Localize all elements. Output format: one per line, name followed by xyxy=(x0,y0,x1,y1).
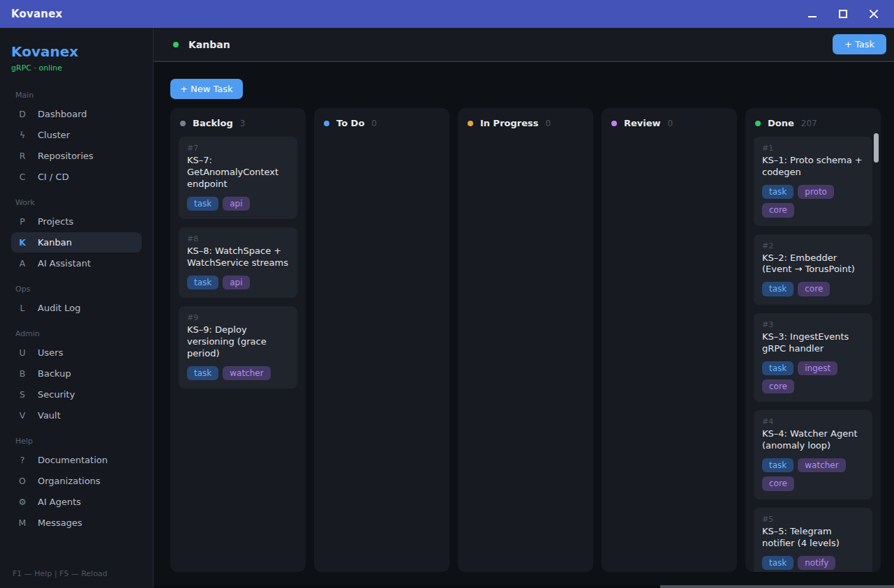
column-header: To Do0 xyxy=(322,108,441,137)
sidebar-item-label: Security xyxy=(38,389,75,400)
card-title: KS–7: GetAnomalyContext endpoint xyxy=(187,155,289,190)
sidebar-item-documentation[interactable]: ?Documentation xyxy=(11,450,142,470)
documentation-icon: ? xyxy=(17,455,28,465)
window-controls xyxy=(806,8,883,20)
column-status-dot xyxy=(755,121,761,126)
column-review: Review0 xyxy=(602,108,737,572)
column-scrollbar-thumb[interactable] xyxy=(874,133,879,163)
column-count: 207 xyxy=(801,119,817,128)
tag-api: api xyxy=(223,276,249,289)
maximize-icon xyxy=(839,10,847,18)
sidebar-item-messages[interactable]: MMessages xyxy=(11,513,142,533)
card-title: KS–3: IngestEvents gRPC handler xyxy=(762,331,864,355)
main-area: Kanban + Task + New Task Backlog3#7KS–7:… xyxy=(154,28,894,588)
tag-task: task xyxy=(762,282,794,296)
column-backlog: Backlog3#7KS–7: GetAnomalyContext endpoi… xyxy=(170,108,306,572)
titlebar: Kovanex xyxy=(0,0,894,28)
column-count: 3 xyxy=(240,119,246,128)
sidebar-item-repositories[interactable]: RRepositories xyxy=(11,146,142,166)
column-name: Backlog xyxy=(193,118,233,128)
column-name: Done xyxy=(768,118,794,128)
column-name: In Progress xyxy=(480,118,539,128)
column-name: To Do xyxy=(336,118,364,128)
card-title: KS–4: Watcher Agent (anomaly loop) xyxy=(762,428,864,452)
gear-icon: ⚙ xyxy=(17,497,28,507)
tag-core: core xyxy=(762,379,794,393)
tag-task: task xyxy=(762,556,794,570)
task-card-7[interactable]: #7KS–7: GetAnomalyContext endpointtaskap… xyxy=(179,137,297,219)
sidebar-item-dashboard[interactable]: DDashboard xyxy=(11,104,142,124)
sidebar-item-label: Organizations xyxy=(38,476,100,486)
column-header: Review0 xyxy=(610,108,729,137)
sidebar-item-ai-agents[interactable]: ⚙AI Agents xyxy=(11,492,142,512)
task-card-5[interactable]: #5KS–5: Telegram notifier (4 levels)task… xyxy=(754,508,872,572)
card-tags: tasknotify xyxy=(762,556,864,570)
sidebar-item-label: Projects xyxy=(38,216,73,227)
card-title: KS–9: Deploy versioning (grace period) xyxy=(187,324,289,360)
sidebar-item-audit-log[interactable]: LAudit Log xyxy=(11,298,142,318)
sidebar-item-label: Vault xyxy=(38,410,61,421)
sidebar-nav: MainDDashboardϟClusterRRepositoriesCCI /… xyxy=(11,80,142,534)
column-status-dot xyxy=(468,121,473,126)
sidebar-item-projects[interactable]: PProjects xyxy=(11,211,142,232)
vault-icon: V xyxy=(17,410,28,421)
kanban-board: + New Task Backlog3#7KS–7: GetAnomalyCon… xyxy=(154,62,894,588)
task-card-2[interactable]: #2KS–2: Embedder (Event → TorusPoint)tas… xyxy=(754,234,872,305)
card-id: #1 xyxy=(762,144,864,153)
sidebar-footer-hint: F1 — Help | F5 — Reload xyxy=(11,569,142,578)
sidebar-item-security[interactable]: SSecurity xyxy=(11,384,142,405)
tag-watcher: watcher xyxy=(798,458,845,472)
new-task-button[interactable]: + New Task xyxy=(170,79,243,99)
sidebar-item-kanban[interactable]: KKanban xyxy=(11,232,142,252)
add-task-button[interactable]: + Task xyxy=(833,34,886,54)
organizations-icon: O xyxy=(17,476,28,486)
sidebar-item-ci-cd[interactable]: CCI / CD xyxy=(11,167,142,187)
close-button[interactable] xyxy=(867,8,880,20)
maximize-button[interactable] xyxy=(837,8,849,20)
column-status-dot xyxy=(324,121,329,126)
sidebar-item-organizations[interactable]: OOrganizations xyxy=(11,471,142,491)
ai-assistant-icon: A xyxy=(17,258,28,269)
task-card-1[interactable]: #1KS–1: Proto schema + codegentaskprotoc… xyxy=(754,137,872,226)
backup-icon: B xyxy=(17,368,28,379)
repositories-icon: R xyxy=(17,151,28,161)
sidebar-item-cluster[interactable]: ϟCluster xyxy=(11,125,142,145)
sidebar-item-label: Dashboard xyxy=(38,109,87,119)
task-card-4[interactable]: #4KS–4: Watcher Agent (anomaly loop)task… xyxy=(754,410,872,499)
sidebar-item-backup[interactable]: BBackup xyxy=(11,363,142,384)
card-tags: taskingestcore xyxy=(762,361,864,394)
sidebar-item-ai-assistant[interactable]: AAI Assistant xyxy=(11,253,142,273)
column-header: In Progress0 xyxy=(466,108,585,137)
card-title: KS–5: Telegram notifier (4 levels) xyxy=(762,526,864,550)
sidebar-item-label: Kanban xyxy=(38,237,72,248)
card-id: #5 xyxy=(762,515,864,524)
card-id: #4 xyxy=(762,417,864,426)
sidebar-item-users[interactable]: UUsers xyxy=(11,342,142,363)
tag-task: task xyxy=(187,197,218,211)
nav-section-label-ops: Ops xyxy=(15,285,142,294)
sidebar-item-label: Documentation xyxy=(38,455,107,465)
column-status-dot xyxy=(611,121,617,126)
tag-notify: notify xyxy=(798,556,835,570)
tag-core: core xyxy=(762,203,794,217)
audit-log-icon: L xyxy=(17,303,28,313)
column-count: 0 xyxy=(371,119,377,128)
sidebar-item-label: Messages xyxy=(38,518,82,528)
card-title: KS–2: Embedder (Event → TorusPoint) xyxy=(762,252,864,276)
column-done: Done207#1KS–1: Proto schema + codegentas… xyxy=(745,108,881,572)
sidebar-item-vault[interactable]: VVault xyxy=(11,405,142,425)
sidebar: Kovanex gRPC · online MainDDashboardϟClu… xyxy=(0,28,154,588)
messages-icon: M xyxy=(17,518,28,528)
task-card-3[interactable]: #3KS–3: IngestEvents gRPC handlertasking… xyxy=(754,313,872,402)
column-count: 0 xyxy=(546,119,551,128)
horizontal-scrollbar-thumb[interactable] xyxy=(660,585,894,588)
column-status-dot xyxy=(180,121,186,126)
board-columns: Backlog3#7KS–7: GetAnomalyContext endpoi… xyxy=(170,108,881,572)
minimize-button[interactable] xyxy=(806,8,819,20)
column-name: Review xyxy=(624,118,661,128)
task-card-9[interactable]: #9KS–9: Deploy versioning (grace period)… xyxy=(179,306,297,389)
card-tags: taskwatchercore xyxy=(762,458,864,491)
sidebar-item-label: AI Assistant xyxy=(38,258,91,269)
column-to-do: To Do0 xyxy=(314,108,449,572)
task-card-8[interactable]: #8KS–8: WatchSpace + WatchService stream… xyxy=(179,227,297,298)
